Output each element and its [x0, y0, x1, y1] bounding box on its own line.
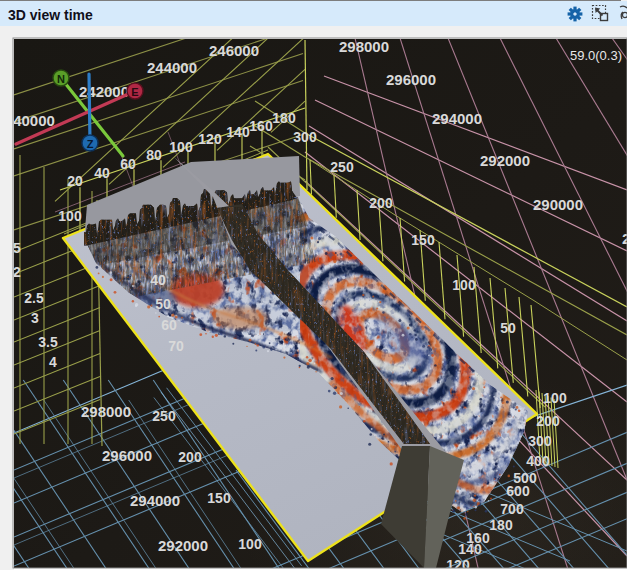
- svg-text:294000: 294000: [130, 492, 180, 509]
- svg-text:100: 100: [238, 536, 262, 552]
- svg-text:3D view time: 3D view time: [8, 7, 93, 23]
- svg-text:700: 700: [500, 501, 524, 517]
- svg-text:296000: 296000: [102, 447, 152, 464]
- svg-text:50: 50: [155, 296, 171, 312]
- svg-text:2.5: 2.5: [24, 290, 44, 306]
- svg-text:50: 50: [500, 320, 516, 336]
- svg-text:E: E: [131, 86, 138, 98]
- svg-text:2880: 2880: [622, 230, 627, 247]
- svg-text:160: 160: [249, 118, 273, 134]
- svg-text:100: 100: [452, 277, 476, 293]
- svg-text:3.5: 3.5: [38, 334, 58, 350]
- svg-text:4: 4: [49, 354, 57, 370]
- svg-text:200: 200: [536, 413, 560, 429]
- svg-text:40: 40: [94, 165, 110, 181]
- svg-text:180: 180: [489, 517, 513, 533]
- svg-text:250: 250: [330, 159, 354, 175]
- svg-text:292000: 292000: [158, 537, 208, 554]
- svg-text:292000: 292000: [480, 152, 530, 169]
- svg-text:296000: 296000: [386, 71, 436, 88]
- svg-text:60: 60: [120, 156, 136, 172]
- svg-text:80: 80: [146, 147, 162, 163]
- svg-text:250: 250: [152, 408, 176, 424]
- svg-text:N: N: [57, 73, 65, 85]
- svg-text:400: 400: [526, 453, 550, 469]
- svg-text:294000: 294000: [432, 110, 482, 127]
- svg-text:140: 140: [226, 124, 250, 140]
- svg-text:20: 20: [67, 173, 83, 189]
- svg-text:70: 70: [168, 338, 184, 354]
- svg-text:Z: Z: [87, 138, 94, 150]
- svg-text:120: 120: [198, 131, 222, 147]
- svg-text:200: 200: [369, 195, 393, 211]
- svg-text:40: 40: [150, 272, 166, 288]
- svg-text:150: 150: [411, 232, 435, 248]
- svg-text:100: 100: [169, 139, 193, 155]
- svg-text:100: 100: [58, 208, 82, 224]
- svg-text:140: 140: [458, 541, 482, 557]
- svg-text:290000: 290000: [533, 196, 583, 213]
- svg-text:2: 2: [13, 264, 21, 280]
- svg-text:5: 5: [13, 240, 21, 256]
- svg-text:60: 60: [161, 317, 177, 333]
- svg-text:600: 600: [506, 483, 530, 499]
- svg-text:300: 300: [528, 433, 552, 449]
- svg-text:59.0(0.3): 59.0(0.3): [570, 48, 622, 63]
- svg-text:100: 100: [543, 390, 567, 406]
- svg-text:150: 150: [207, 490, 231, 506]
- svg-text:244000: 244000: [147, 59, 197, 76]
- svg-text:3: 3: [31, 310, 39, 326]
- svg-text:180: 180: [272, 110, 296, 126]
- svg-text:298000: 298000: [81, 403, 131, 420]
- svg-text:300: 300: [293, 129, 317, 145]
- svg-text:200: 200: [178, 449, 202, 465]
- svg-text:298000: 298000: [339, 38, 389, 55]
- svg-text:40000: 40000: [13, 112, 55, 129]
- svg-text:246000: 246000: [209, 42, 259, 59]
